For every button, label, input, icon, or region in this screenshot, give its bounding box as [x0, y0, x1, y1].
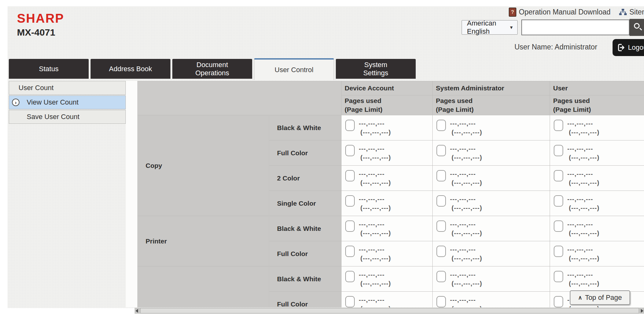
scroll-left-arrow-icon[interactable]: [136, 309, 138, 313]
column-header-device-account: Device Account: [341, 81, 433, 95]
mode-cell: Black & White: [269, 115, 341, 140]
tab-label: Operations: [195, 69, 229, 77]
column-header-user: User: [550, 81, 644, 95]
top-of-page-button[interactable]: ∧ Top of Page: [570, 290, 630, 305]
tab-user-control[interactable]: User Control: [254, 58, 334, 80]
select-checkbox[interactable]: [345, 271, 355, 282]
count-cell: ---,---,---(---,---,---): [341, 191, 433, 216]
mode-cell: Full Color: [269, 241, 341, 266]
count-values: ---,---,---(---,---,---): [450, 169, 482, 187]
page-limit-value: (---,---,---): [450, 279, 482, 288]
count-cell: ---,---,---(---,---,---): [341, 140, 433, 166]
tab-status[interactable]: Status: [9, 59, 89, 79]
count-values: ---,---,---(---,---,---): [450, 119, 482, 137]
page-limit-value: (---,---,---): [359, 304, 391, 307]
select-checkbox[interactable]: [436, 145, 446, 156]
select-checkbox[interactable]: [345, 246, 355, 257]
pages-used-value: ---,---,---: [450, 144, 482, 153]
mode-cell: Full Color: [269, 140, 341, 166]
tab-label: User Control: [275, 66, 313, 74]
select-checkbox[interactable]: [436, 170, 446, 181]
select-checkbox[interactable]: [436, 220, 446, 232]
page-limit-value: (---,---,---): [567, 178, 599, 187]
sidebar: User Count › View User Count Save User C…: [9, 81, 126, 124]
sidebar-item-user-count[interactable]: User Count: [9, 81, 126, 95]
pages-used-value: ---,---,---: [359, 295, 391, 304]
pages-used-label: Pages used: [345, 96, 432, 105]
logout-button[interactable]: Logout: [613, 39, 644, 56]
count-values: ---,---,---(---,---,---): [567, 220, 599, 237]
pages-used-label: Pages used: [436, 96, 550, 105]
count-cell: ---,---,---(---,---,---): [341, 292, 433, 308]
subheader-pages-used: Pages used (Page Limit): [341, 95, 433, 115]
select-checkbox[interactable]: [345, 120, 355, 131]
select-checkbox[interactable]: [345, 170, 355, 181]
page-limit-value: (---,---,---): [450, 128, 482, 137]
select-checkbox[interactable]: [436, 195, 446, 207]
operation-manual-download-link[interactable]: Operation Manual Download: [519, 8, 611, 16]
tab-bar: Status Address Book Document Operations …: [9, 59, 416, 80]
count-cell: ---,---,---(---,---,---): [341, 241, 433, 266]
search-input[interactable]: [521, 20, 630, 35]
count-values: ---,---,---(---,---,---): [450, 144, 482, 162]
page-limit-value: (---,---,---): [450, 153, 482, 162]
select-checkbox[interactable]: [554, 170, 563, 181]
select-checkbox[interactable]: [554, 120, 563, 131]
select-checkbox[interactable]: [436, 296, 446, 307]
select-checkbox[interactable]: [554, 220, 563, 232]
pages-used-value: ---,---,---: [450, 295, 482, 304]
language-select[interactable]: American English ▼: [462, 20, 518, 35]
select-checkbox[interactable]: [345, 145, 355, 156]
sitemap-link[interactable]: Sitemap: [630, 8, 644, 16]
page-limit-value: (---,---,---): [567, 128, 599, 137]
select-checkbox[interactable]: [436, 271, 446, 282]
select-checkbox[interactable]: [554, 145, 563, 156]
pages-used-value: ---,---,---: [450, 169, 482, 178]
select-checkbox[interactable]: [345, 195, 355, 207]
pages-used-value: ---,---,---: [359, 195, 391, 203]
group-cell-3: [138, 266, 269, 308]
sidebar-item-view-user-count[interactable]: › View User Count: [9, 95, 126, 109]
scroll-right-arrow-icon[interactable]: [641, 309, 643, 313]
tab-address-book[interactable]: Address Book: [91, 59, 170, 79]
mode-cell: Black & White: [269, 216, 341, 241]
select-checkbox[interactable]: [554, 271, 563, 282]
horizontal-scrollbar[interactable]: [135, 308, 644, 314]
page: SHARP MX-4071 ? Operation Manual Downloa…: [0, 0, 644, 314]
count-values: ---,---,---(---,---,---): [359, 195, 391, 212]
select-checkbox[interactable]: [554, 246, 563, 257]
count-cell: ---,---,---(---,---,---): [433, 115, 550, 140]
tab-system-settings[interactable]: System Settings: [336, 59, 416, 79]
tab-document-operations[interactable]: Document Operations: [172, 59, 252, 79]
count-values: ---,---,---(---,---,---): [359, 169, 391, 187]
count-values: ---,---,---(---,---,---): [450, 245, 482, 263]
count-cell: ---,---,---(---,---,---): [550, 115, 644, 140]
group-cell-printer: Printer: [138, 216, 269, 266]
select-checkbox[interactable]: [345, 296, 355, 307]
pages-used-value: ---,---,---: [359, 144, 391, 153]
magnifier-icon: [634, 23, 640, 29]
pages-used-value: ---,---,---: [359, 245, 391, 254]
select-checkbox[interactable]: [436, 246, 446, 257]
count-values: ---,---,---(---,---,---): [359, 245, 391, 263]
mode-cell: Full Color: [269, 292, 341, 308]
manual-book-icon: ?: [509, 8, 516, 17]
page-limit-value: (---,---,---): [450, 229, 482, 237]
count-cell: ---,---,---(---,---,---): [341, 266, 433, 292]
select-checkbox[interactable]: [436, 120, 446, 131]
count-values: ---,---,---(---,---,---): [359, 119, 391, 137]
count-cell: ---,---,---(---,---,---): [341, 115, 433, 140]
mode-cell: Single Color: [269, 191, 341, 216]
pages-used-value: ---,---,---: [359, 119, 391, 128]
count-values: ---,---,---(---,---,---): [450, 270, 482, 288]
select-checkbox[interactable]: [554, 296, 563, 307]
page-limit-value: (---,---,---): [359, 178, 391, 187]
select-checkbox[interactable]: [345, 220, 355, 232]
scrollbar-thumb[interactable]: [140, 308, 639, 313]
sidebar-item-save-user-count[interactable]: Save User Count: [9, 110, 126, 124]
search-button[interactable]: [630, 19, 644, 36]
logout-icon: [617, 43, 625, 52]
count-values: ---,---,---(---,---,---): [359, 270, 391, 288]
select-checkbox[interactable]: [554, 195, 563, 207]
pages-used-value: ---,---,---: [359, 220, 391, 229]
